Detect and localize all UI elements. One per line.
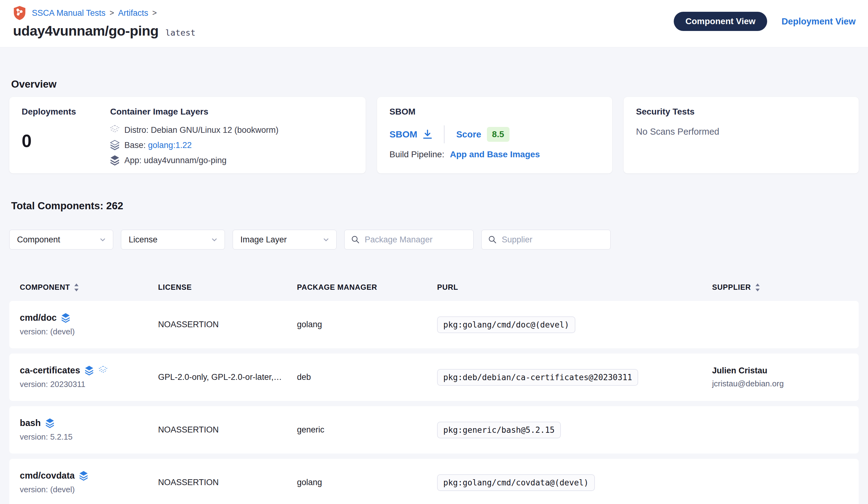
license-cell: NOASSERTION: [158, 320, 297, 330]
supplier-search: [481, 230, 611, 250]
deployments-layers-card: Deployments 0 Container Image Layers Dis…: [9, 97, 366, 173]
chevron-down-icon: [321, 235, 331, 244]
breadcrumb-separator: >: [110, 8, 114, 18]
supplier-name: Julien Cristau: [712, 366, 848, 375]
overview-heading: Overview: [11, 78, 859, 90]
package-manager-cell: golang: [297, 320, 437, 330]
base-layer-text: Base: golang:1.22: [124, 141, 192, 150]
sbom-score-link[interactable]: Score: [456, 129, 481, 140]
security-tests-title: Security Tests: [636, 107, 846, 117]
sbom-row: SBOM Score 8.5: [390, 125, 600, 143]
component-cell: bash version: 5.2.15: [20, 418, 158, 442]
component-version: version: 5.2.15: [20, 432, 158, 442]
image-layer-filter-dropdown[interactable]: Image Layer: [232, 230, 337, 250]
sbom-download-link[interactable]: SBOM: [390, 129, 433, 140]
table-row[interactable]: bash version: 5.2.15 NOASSERTION generic…: [9, 406, 859, 454]
app-layers-icon: [85, 366, 94, 375]
search-icon: [488, 235, 497, 244]
sbom-card: SBOM SBOM Score 8.5 Build Pipeline: App …: [377, 97, 612, 173]
ssca-shield-network-icon: [13, 6, 27, 20]
component-version: version: (devel): [20, 485, 158, 494]
deployments-block: Deployments 0: [22, 107, 110, 163]
base-image-link[interactable]: golang:1.22: [148, 141, 192, 150]
components-table: COMPONENT LICENSE PACKAGE MANAGER PURL S…: [9, 268, 859, 504]
purl-badge[interactable]: pkg:golang/cmd/covdata@(devel): [437, 474, 595, 491]
build-pipeline-link[interactable]: App and Base Images: [450, 150, 540, 159]
distro-layer-icon: [110, 125, 120, 135]
divider: [444, 125, 445, 143]
layers-list: Distro: Debian GNU/Linux 12 (bookworm) B…: [110, 125, 353, 165]
distro-layer-row: Distro: Debian GNU/Linux 12 (bookworm): [110, 125, 353, 135]
security-tests-status: No Scans Performed: [636, 127, 846, 137]
component-name: bash: [20, 418, 41, 428]
table-row[interactable]: cmd/doc version: (devel) NOASSERTION gol…: [9, 301, 859, 348]
supplier-cell: Julien Cristau jcristau@debian.org: [712, 366, 848, 389]
page-title: uday4vunnam/go-ping: [13, 23, 159, 39]
sort-icon[interactable]: [755, 283, 760, 292]
package-manager-search-input[interactable]: [365, 235, 467, 244]
component-cell: ca-certificates version: 20230311: [20, 365, 158, 389]
artifact-tag: latest: [165, 28, 196, 39]
deployment-view-button[interactable]: Deployment View: [782, 17, 856, 27]
package-manager-search: [344, 230, 474, 250]
deployments-count: 0: [22, 130, 110, 151]
column-header-license: LICENSE: [158, 283, 297, 292]
table-body: cmd/doc version: (devel) NOASSERTION gol…: [9, 301, 859, 504]
table-row[interactable]: cmd/covdata version: (devel) NOASSERTION…: [9, 459, 859, 504]
search-icon: [351, 235, 360, 244]
app-layers-icon: [45, 418, 55, 428]
component-name: cmd/doc: [20, 313, 56, 323]
component-name: cmd/covdata: [20, 471, 74, 481]
purl-cell: pkg:generic/bash@5.2.15: [437, 422, 712, 439]
purl-badge[interactable]: pkg:deb/debian/ca-certificates@20230311: [437, 369, 638, 386]
app-layers-icon: [79, 471, 89, 481]
base-layer-icon: [110, 140, 120, 150]
breadcrumb-separator: >: [152, 8, 157, 18]
distro-dashed-layer-icon: [99, 366, 108, 375]
app-layer-icon: [110, 155, 120, 165]
license-cell: GPL-2.0-only, GPL-2.0-or-later, M...: [158, 372, 297, 382]
column-header-purl: PURL: [437, 283, 712, 292]
table-row[interactable]: ca-certificates version: 20230311 GPL-2.…: [9, 354, 859, 401]
app-layers-icon: [61, 313, 71, 323]
component-filter-dropdown[interactable]: Component: [9, 230, 113, 250]
purl-cell: pkg:golang/cmd/covdata@(devel): [437, 474, 712, 491]
deployments-label: Deployments: [22, 107, 110, 117]
filters-row: Component License Image Layer: [9, 230, 859, 250]
column-header-component[interactable]: COMPONENT: [20, 283, 158, 292]
license-filter-dropdown[interactable]: License: [121, 230, 225, 250]
supplier-email: jcristau@debian.org: [712, 379, 848, 389]
column-header-supplier[interactable]: SUPPLIER: [712, 283, 848, 292]
component-cell: cmd/covdata version: (devel): [20, 471, 158, 494]
package-manager-cell: golang: [297, 478, 437, 487]
component-view-button[interactable]: Component View: [674, 12, 767, 31]
chevron-down-icon: [98, 235, 107, 244]
package-manager-cell: generic: [297, 425, 437, 435]
app-layer-row: App: uday4vunnam/go-ping: [110, 155, 353, 165]
breadcrumb-link-project[interactable]: SSCA Manual Tests: [32, 8, 105, 18]
purl-badge[interactable]: pkg:golang/cmd/doc@(devel): [437, 316, 575, 333]
top-bar: SSCA Manual Tests > Artifacts > uday4vun…: [0, 0, 868, 47]
sort-icon[interactable]: [74, 283, 79, 292]
purl-badge[interactable]: pkg:generic/bash@5.2.15: [437, 422, 561, 439]
purl-cell: pkg:deb/debian/ca-certificates@20230311: [437, 369, 712, 386]
download-icon[interactable]: [422, 129, 433, 140]
container-image-layers-block: Container Image Layers Distro: Debian GN…: [110, 107, 353, 163]
container-image-layers-label: Container Image Layers: [110, 107, 353, 117]
security-tests-card: Security Tests No Scans Performed: [624, 97, 859, 173]
table-header: COMPONENT LICENSE PACKAGE MANAGER PURL S…: [9, 268, 859, 301]
app-layer-text: App: uday4vunnam/go-ping: [124, 156, 226, 165]
base-layer-row: Base: golang:1.22: [110, 140, 353, 150]
purl-cell: pkg:golang/cmd/doc@(devel): [437, 316, 712, 333]
main-content: Overview Deployments 0 Container Image L…: [0, 78, 868, 504]
sbom-card-title: SBOM: [390, 107, 600, 117]
breadcrumb: SSCA Manual Tests > Artifacts >: [13, 6, 196, 20]
distro-layer-text: Distro: Debian GNU/Linux 12 (bookworm): [124, 125, 278, 135]
component-version: version: 20230311: [20, 380, 158, 389]
chevron-down-icon: [210, 235, 219, 244]
supplier-search-input[interactable]: [502, 235, 604, 244]
license-cell: NOASSERTION: [158, 478, 297, 487]
overview-cards: Deployments 0 Container Image Layers Dis…: [9, 97, 859, 173]
total-components-heading: Total Components: 262: [11, 200, 859, 212]
breadcrumb-link-artifacts[interactable]: Artifacts: [118, 8, 148, 18]
